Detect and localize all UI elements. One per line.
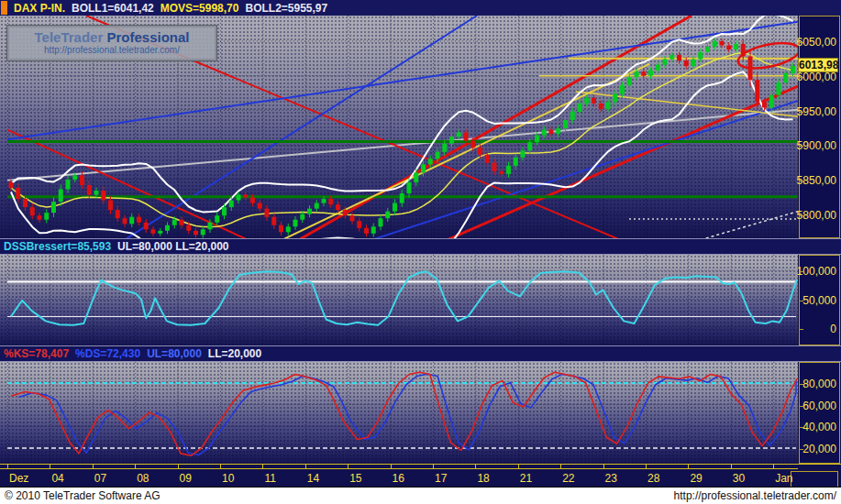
candle-body (51, 202, 56, 213)
candle-body (137, 217, 141, 223)
time-axis-tick (262, 465, 263, 468)
resize-corner-box[interactable] (791, 471, 838, 488)
candle-body (527, 142, 532, 150)
candle-body (30, 207, 35, 215)
time-axis-label: 15 (349, 472, 361, 485)
time-axis-tick (475, 465, 476, 468)
axis-tick (800, 271, 803, 272)
logo-name: TeleTrader (35, 29, 104, 45)
price-axis[interactable]: 6013,98 6050,006000,005950,005900,005850… (799, 16, 840, 238)
candle-body (286, 226, 291, 232)
candle-body (258, 203, 262, 209)
time-axis-label: 07 (94, 472, 106, 485)
candle-body (265, 209, 270, 217)
candle-body (144, 223, 149, 230)
candle-body (663, 60, 668, 65)
time-axis-tick (93, 465, 94, 468)
dss-indicator-panel[interactable] (0, 255, 798, 345)
time-axis-label: 22 (562, 472, 574, 485)
time-axis-tick (646, 465, 647, 468)
time-axis-tick (220, 465, 221, 468)
candle-body (328, 199, 333, 204)
candle-body (470, 141, 475, 148)
candle-body (300, 214, 304, 220)
boll1-value: BOLL1=6041,42 (72, 2, 154, 15)
candle-body (307, 209, 312, 214)
candle-body (371, 226, 376, 234)
candle-body (599, 104, 603, 109)
axis-tick (800, 77, 803, 78)
candle-body (421, 164, 426, 172)
candle-body (606, 102, 611, 109)
stoch-ll-label: LL=20,000 (208, 347, 261, 360)
candle-body (692, 60, 696, 67)
time-axis-tick (305, 465, 306, 468)
time-axis-label: 28 (647, 472, 659, 485)
candle-body (734, 44, 738, 49)
candle-body (478, 148, 482, 155)
trendline (701, 212, 798, 238)
candle-body (151, 229, 156, 234)
axis-tick (800, 406, 803, 407)
candle-body (648, 71, 653, 76)
candle-body (627, 77, 632, 85)
candle-body (172, 220, 177, 225)
candle-body (492, 163, 497, 171)
axis-tick (800, 146, 803, 147)
candle-body (186, 225, 191, 231)
stochastic-indicator-panel[interactable] (0, 362, 798, 464)
candle-body (613, 93, 617, 102)
price-chart-panel[interactable]: TeleTrader Professional http://professio… (0, 16, 798, 238)
candle-body (343, 210, 348, 215)
candle-body (677, 55, 681, 60)
candle-body (620, 85, 625, 93)
candle-body (250, 198, 255, 203)
time-axis-tick (688, 465, 689, 468)
candle-body (165, 225, 170, 231)
candle-body (293, 220, 298, 227)
axis-tick (800, 449, 803, 450)
candle-body (542, 130, 547, 136)
boll2-value: BOLL2=5955,97 (245, 2, 327, 15)
candle-body (59, 190, 63, 203)
candle-body (357, 221, 361, 228)
candle-body (549, 130, 554, 135)
candle-body (364, 228, 369, 234)
time-axis-label: 18 (477, 472, 489, 485)
candle-body (578, 104, 582, 112)
candle-body (791, 66, 795, 73)
time-axis-tick (603, 465, 604, 468)
candle-body (201, 229, 205, 235)
dss-indicator-label-row: DSSBressert=85,593 UL=80,000 LL=20,000 (0, 238, 841, 255)
candle-body (535, 136, 539, 143)
candle-body (237, 195, 241, 201)
status-bar: © 2010 TeleTrader Software AG http://pro… (0, 487, 841, 504)
candle-body (656, 65, 660, 71)
candle-body (436, 152, 440, 159)
time-axis-tick (348, 465, 349, 468)
axis-tick (800, 329, 803, 330)
stoch-d-label: %DS=72,430 (75, 347, 140, 360)
candle-body (208, 223, 213, 230)
candle-body (464, 133, 469, 141)
time-axis-label: 17 (435, 472, 447, 485)
candle-body (641, 71, 646, 76)
symbol-label: DAX P-IN. (14, 2, 65, 15)
time-axis-label: 30 (733, 472, 745, 485)
candle-body (72, 175, 77, 180)
candle-body (116, 210, 120, 218)
dss-axis-label: 0 (830, 323, 836, 335)
candle-body (684, 60, 689, 66)
candle-body (222, 207, 227, 215)
time-axis-tick (7, 465, 8, 468)
candle-body (414, 172, 418, 182)
candle-body (705, 47, 710, 52)
copyright-text: © 2010 TeleTrader Software AG (5, 489, 160, 502)
candle-body (322, 199, 326, 203)
stochastic-axis[interactable]: 80,00060,00040,00020,000 (799, 362, 840, 464)
dss-axis[interactable]: 100,00050,0000 (799, 255, 840, 345)
time-axis[interactable]: Dez0407080910111415161718212223282930Jan (0, 464, 841, 488)
candle-body (9, 182, 14, 188)
chart-title-bar: DAX P-IN. BOLL1=6041,42 MOVS=5998,70 BOL… (0, 0, 841, 16)
time-axis-tick (50, 465, 50, 468)
